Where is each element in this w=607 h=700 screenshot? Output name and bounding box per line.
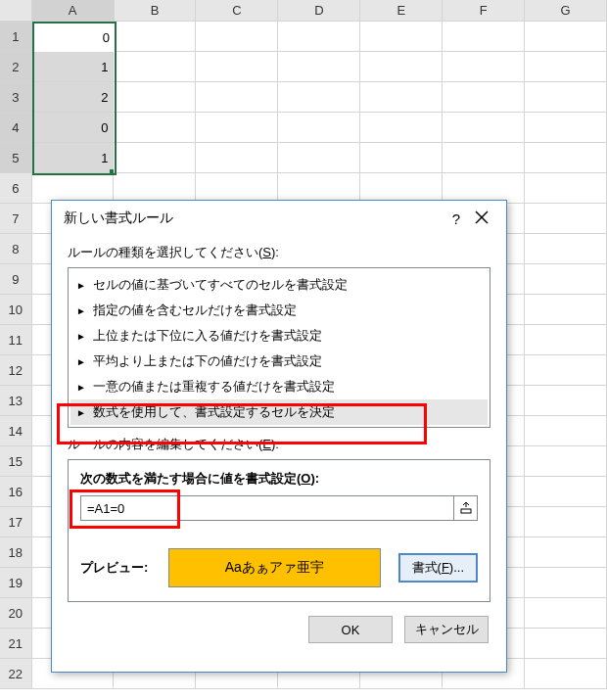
row-header-8[interactable]: 8 [0, 234, 32, 264]
cell-E1[interactable] [360, 22, 443, 52]
cell-F5[interactable] [443, 143, 525, 173]
select-all-corner[interactable] [0, 0, 32, 22]
cell-D3[interactable] [278, 82, 360, 113]
cell-G6[interactable] [525, 173, 607, 204]
cell-A1[interactable] [32, 22, 115, 52]
formula-input[interactable] [80, 495, 454, 521]
cell-E5[interactable] [360, 143, 443, 173]
cell-E4[interactable] [360, 113, 443, 143]
cell-B4[interactable] [114, 113, 196, 143]
cell-G14[interactable] [525, 416, 607, 446]
cell-B1[interactable] [114, 22, 196, 52]
cell-A3[interactable]: 2 [32, 82, 115, 113]
format-button[interactable]: 書式(F)... [398, 553, 478, 583]
col-header-E[interactable]: E [360, 0, 443, 22]
cell-G22[interactable] [525, 659, 607, 689]
row-header-6[interactable]: 6 [0, 173, 32, 204]
cell-F2[interactable] [443, 52, 525, 82]
cell-G7[interactable] [525, 204, 607, 234]
col-header-G[interactable]: G [525, 0, 607, 22]
cell-F1[interactable] [443, 22, 525, 52]
cell-G21[interactable] [525, 629, 607, 659]
cell-G8[interactable] [525, 234, 607, 264]
cell-B2[interactable] [114, 52, 196, 82]
range-collapse-button[interactable] [454, 495, 478, 521]
cell-G15[interactable] [525, 446, 607, 477]
cell-G17[interactable] [525, 507, 607, 537]
row-header-10[interactable]: 10 [0, 295, 32, 325]
cell-E2[interactable] [360, 52, 443, 82]
dialog-titlebar: 新しい書式ルール ? [52, 201, 506, 236]
cell-C4[interactable] [196, 113, 278, 143]
cell-E3[interactable] [360, 82, 443, 113]
cell-D1[interactable] [278, 22, 360, 52]
cell-G5[interactable] [525, 143, 607, 173]
cell-C5[interactable] [196, 143, 278, 173]
rule-type-item[interactable]: ►一意の値または重複する値だけを書式設定 [70, 374, 488, 399]
cell-G1[interactable] [525, 22, 607, 52]
cell-G16[interactable] [525, 477, 607, 507]
cell-A2[interactable]: 1 [32, 52, 115, 82]
row-header-19[interactable]: 19 [0, 568, 32, 598]
cell-G12[interactable] [525, 355, 607, 386]
col-header-C[interactable]: C [196, 0, 278, 22]
row-header-3[interactable]: 3 [0, 82, 32, 113]
row-header-20[interactable]: 20 [0, 598, 32, 629]
cell-G20[interactable] [525, 598, 607, 629]
row-header-14[interactable]: 14 [0, 416, 32, 446]
cell-F4[interactable] [443, 113, 525, 143]
row-header-11[interactable]: 11 [0, 325, 32, 355]
cell-G19[interactable] [525, 568, 607, 598]
cell-B3[interactable] [114, 82, 196, 113]
rule-type-item[interactable]: ►指定の値を含むセルだけを書式設定 [70, 298, 488, 323]
row-header-21[interactable]: 21 [0, 629, 32, 659]
rule-type-item[interactable]: ►平均より上または下の値だけを書式設定 [70, 349, 488, 374]
row-header-2[interactable]: 2 [0, 52, 32, 82]
collapse-icon [460, 502, 472, 514]
row-header-7[interactable]: 7 [0, 204, 32, 234]
col-header-B[interactable]: B [115, 0, 197, 22]
row-header-18[interactable]: 18 [0, 537, 32, 568]
close-button[interactable] [469, 210, 494, 227]
row-header-15[interactable]: 15 [0, 446, 32, 477]
cell-G11[interactable] [525, 325, 607, 355]
cell-C1[interactable] [196, 22, 278, 52]
help-button[interactable]: ? [444, 210, 469, 227]
cell-G4[interactable] [525, 113, 607, 143]
cell-F3[interactable] [443, 82, 525, 113]
cell-C3[interactable] [196, 82, 278, 113]
row-header-9[interactable]: 9 [0, 264, 32, 295]
chevron-right-icon: ► [76, 407, 86, 418]
cell-G2[interactable] [525, 52, 607, 82]
col-header-D[interactable]: D [278, 0, 360, 22]
svg-rect-2 [461, 509, 471, 513]
cell-C2[interactable] [196, 52, 278, 82]
cell-G13[interactable] [525, 386, 607, 416]
cell-D5[interactable] [278, 143, 360, 173]
cell-G10[interactable] [525, 295, 607, 325]
ok-button[interactable]: OK [308, 616, 393, 643]
cell-G18[interactable] [525, 537, 607, 568]
cell-G9[interactable] [525, 264, 607, 295]
cell-A5[interactable]: 1 [32, 143, 115, 173]
cell-A4[interactable]: 0 [32, 113, 115, 143]
col-header-F[interactable]: F [443, 0, 525, 22]
cell-D4[interactable] [278, 113, 360, 143]
row-header-5[interactable]: 5 [0, 143, 32, 173]
rule-type-item[interactable]: ►セルの値に基づいてすべてのセルを書式設定 [70, 272, 488, 298]
row-header-1[interactable]: 1 [0, 22, 32, 52]
rule-type-item[interactable]: ►上位または下位に入る値だけを書式設定 [70, 323, 488, 349]
rule-type-item-formula[interactable]: ►数式を使用して、書式設定するセルを決定 [70, 399, 488, 425]
row-header-22[interactable]: 22 [0, 659, 32, 689]
cell-B5[interactable] [114, 143, 196, 173]
row-header-12[interactable]: 12 [0, 355, 32, 386]
row-header-16[interactable]: 16 [0, 477, 32, 507]
row-header-4[interactable]: 4 [0, 113, 32, 143]
row-header-17[interactable]: 17 [0, 507, 32, 537]
cell-D2[interactable] [278, 52, 360, 82]
cell-G3[interactable] [525, 82, 607, 113]
col-header-A[interactable]: A [32, 0, 115, 22]
rule-type-list[interactable]: ►セルの値に基づいてすべてのセルを書式設定 ►指定の値を含むセルだけを書式設定 … [68, 267, 490, 428]
row-header-13[interactable]: 13 [0, 386, 32, 416]
cancel-button[interactable]: キャンセル [404, 616, 489, 643]
